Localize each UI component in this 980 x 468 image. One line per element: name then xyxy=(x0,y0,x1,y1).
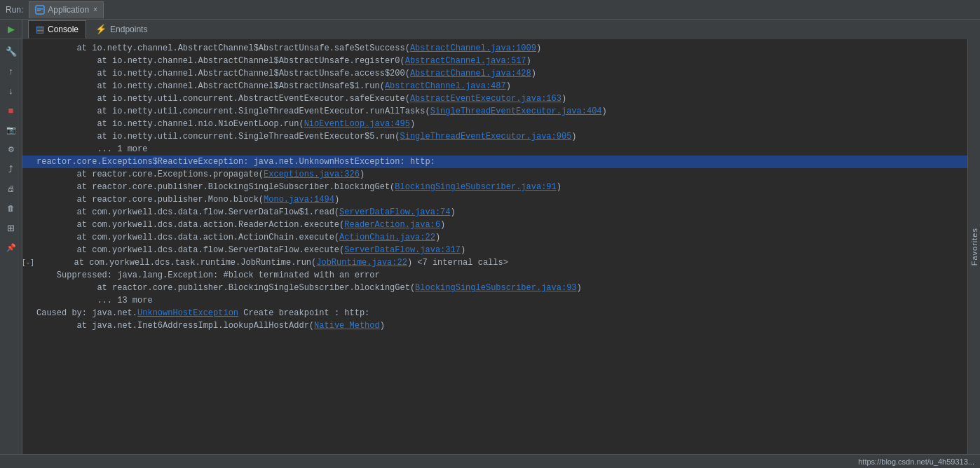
log-line-13: at reactor.core.publisher.Mono.block(Mon… xyxy=(22,193,967,206)
log-line-16: at com.yorkwell.dcs.data.action.ActionCh… xyxy=(22,231,967,244)
app-tab-icon xyxy=(35,5,45,15)
log-line-3: at io.netty.channel.AbstractChannel$Abst… xyxy=(22,67,967,80)
sidebar-wrench-btn[interactable]: 🔧 xyxy=(2,42,20,60)
log-line-6: at io.netty.util.concurrent.SingleThread… xyxy=(22,105,967,118)
app-tab[interactable]: Application × xyxy=(29,1,104,18)
link-20[interactable]: BlockingSingleSubscriber.java:93 xyxy=(415,282,576,294)
log-line-20: at reactor.core.publisher.BlockingSingle… xyxy=(22,282,967,294)
log-line-21: ... 13 more xyxy=(22,294,967,307)
log-line-19: Suppressed: java.lang.Exception: #block … xyxy=(22,269,967,282)
log-line-11: at reactor.core.Exceptions.propagate(Exc… xyxy=(22,168,967,181)
link-2[interactable]: AbstractChannel.java:517 xyxy=(405,55,526,67)
link-8[interactable]: SingleThreadEventExecutor.java:905 xyxy=(400,130,572,143)
sidebar-down-btn[interactable]: ↓ xyxy=(2,81,20,99)
console-content[interactable]: at io.netty.channel.AbstractChannel$Abst… xyxy=(22,39,967,454)
link-6[interactable]: SingleThreadEventExecutor.java:404 xyxy=(430,105,602,118)
log-line-14: at com.yorkwell.dcs.data.flow.ServerData… xyxy=(22,206,967,219)
log-line-22: Caused by: java.net.UnknownHostException… xyxy=(22,307,967,319)
status-url: https://blog.csdn.net/u_4h59313... xyxy=(858,457,974,466)
log-line-18: [-] at com.yorkwell.dcs.task.runtime.Job… xyxy=(22,256,967,269)
console-icon: ▤ xyxy=(36,24,44,34)
link-13[interactable]: Mono.java:1494 xyxy=(264,193,334,206)
log-line-8: at io.netty.util.concurrent.SingleThread… xyxy=(22,130,967,143)
sidebar-layers-btn[interactable]: ⊞ xyxy=(2,219,20,237)
link-17[interactable]: ServerDataFlow.java:317 xyxy=(344,244,461,256)
link-14[interactable]: ServerDataFlow.java:74 xyxy=(339,206,450,219)
log-line-2: at io.netty.channel.AbstractChannel$Abst… xyxy=(22,55,967,67)
tab-console-label: Console xyxy=(48,25,79,34)
link-16[interactable]: ActionChain.java:22 xyxy=(339,231,435,244)
tab-endpoints-label: Endpoints xyxy=(110,25,147,34)
svg-rect-1 xyxy=(37,8,43,10)
log-line-10: reactor.core.Exceptions$ReactiveExceptio… xyxy=(22,156,967,168)
tabs-row: ▤ Console ⚡ Endpoints xyxy=(22,20,980,39)
sidebar-filter-btn[interactable]: ⚙ xyxy=(2,140,20,158)
right-panel-text: Favorites xyxy=(970,228,979,266)
tab-endpoints[interactable]: ⚡ Endpoints xyxy=(88,20,155,39)
link-7[interactable]: NioEventLoop.java:495 xyxy=(304,118,410,130)
endpoints-icon: ⚡ xyxy=(95,24,107,34)
log-line-4: at io.netty.channel.AbstractChannel$Abst… xyxy=(22,80,967,92)
main-area: 🔧 ↑ ↓ ■ 📷 ⚙ ⤴ 🖨 🗑 ⊞ 📌 at io.netty.channe… xyxy=(0,39,980,454)
right-panel: Favorites xyxy=(967,39,980,454)
svg-rect-0 xyxy=(36,6,44,14)
link-4[interactable]: AbstractChannel.java:487 xyxy=(385,80,506,92)
link-1[interactable]: AbstractChannel.java:1009 xyxy=(410,42,536,55)
play-button[interactable]: ▶ xyxy=(3,21,20,38)
left-sidebar: 🔧 ↑ ↓ ■ 📷 ⚙ ⤴ 🖨 🗑 ⊞ 📌 xyxy=(0,39,22,454)
log-line-7: at io.netty.channel.nio.NioEventLoop.run… xyxy=(22,118,967,130)
link-22[interactable]: UnknownHostException xyxy=(137,307,238,319)
log-line-1: at io.netty.channel.AbstractChannel$Abst… xyxy=(22,42,967,55)
log-line-5: at io.netty.util.concurrent.AbstractEven… xyxy=(22,92,967,105)
title-bar: Run: Application × xyxy=(0,0,980,20)
sidebar-camera-btn[interactable]: 📷 xyxy=(2,121,20,139)
link-18[interactable]: JobRuntime.java:22 xyxy=(316,256,407,269)
sidebar-stop-btn[interactable]: ■ xyxy=(2,101,20,119)
fold-btn-18[interactable]: [-] xyxy=(22,258,34,269)
sidebar-print-btn[interactable]: 🖨 xyxy=(2,179,20,198)
log-line-17: at com.yorkwell.dcs.data.flow.ServerData… xyxy=(22,244,967,256)
status-bar: https://blog.csdn.net/u_4h59313... xyxy=(0,454,980,468)
log-line-9: ... 1 more xyxy=(22,143,967,156)
run-label: Run: xyxy=(6,5,23,15)
link-12[interactable]: BlockingSingleSubscriber.java:91 xyxy=(395,181,556,193)
log-line-23: at java.net.Inet6AddressImpl.lookupAllHo… xyxy=(22,319,967,332)
svg-rect-2 xyxy=(37,11,41,12)
link-3[interactable]: AbstractChannel.java:428 xyxy=(410,67,531,80)
sidebar-export-btn[interactable]: ⤴ xyxy=(2,160,20,178)
app-tab-label: Application xyxy=(48,5,89,15)
link-5[interactable]: AbstractEventExecutor.java:163 xyxy=(410,92,562,105)
tab-console[interactable]: ▤ Console xyxy=(28,20,86,39)
log-line-15: at com.yorkwell.dcs.data.action.ReaderAc… xyxy=(22,219,967,231)
link-23[interactable]: Native Method xyxy=(314,319,380,332)
sidebar-pin-btn[interactable]: 📌 xyxy=(2,238,20,256)
log-line-12: at reactor.core.publisher.BlockingSingle… xyxy=(22,181,967,193)
sidebar-delete-btn[interactable]: 🗑 xyxy=(2,199,20,217)
link-11[interactable]: Exceptions.java:326 xyxy=(264,168,360,181)
link-15[interactable]: ReaderAction.java:6 xyxy=(344,219,440,231)
sidebar-up-btn[interactable]: ↑ xyxy=(2,62,20,80)
app-tab-close[interactable]: × xyxy=(93,6,97,14)
